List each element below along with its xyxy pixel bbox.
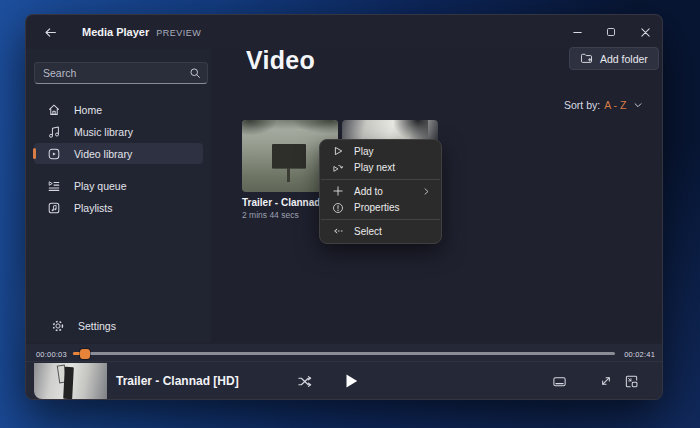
menu-item-play-next[interactable]: Play next: [320, 160, 441, 177]
play-next-icon: [332, 162, 344, 174]
back-button[interactable]: [36, 21, 64, 43]
mini-player-icon: [624, 374, 639, 389]
play-button[interactable]: [338, 362, 364, 400]
subtitles-icon: [552, 374, 567, 389]
menu-item-label: Play: [354, 146, 373, 157]
maximize-icon: [606, 27, 616, 37]
menu-item-label: Select: [354, 226, 382, 237]
home-icon: [47, 103, 61, 117]
app-title-group: Media Player PREVIEW: [82, 26, 201, 38]
back-arrow-icon: [44, 26, 57, 39]
window-controls: [560, 15, 662, 49]
menu-item-label: Play next: [354, 162, 395, 173]
preview-badge: PREVIEW: [156, 28, 201, 38]
seek-progress: [73, 352, 84, 355]
context-menu: Play Play next Add to: [319, 139, 442, 244]
fullscreen-icon: [599, 374, 613, 388]
minimize-button[interactable]: [560, 15, 594, 49]
search-input[interactable]: [43, 67, 189, 79]
maximize-button[interactable]: [594, 15, 628, 49]
sidebar-divider-gap: [30, 165, 207, 174]
sidebar-nav: Home Music library Video library: [30, 98, 207, 219]
now-playing-title: Trailer - Clannad [HD]: [116, 362, 239, 400]
seek-handle[interactable]: [80, 349, 90, 359]
sort-control[interactable]: Sort by: A - Z: [564, 99, 643, 111]
playlists-icon: [47, 201, 61, 215]
menu-item-select[interactable]: Select: [320, 223, 441, 240]
sort-value: A - Z: [604, 99, 626, 111]
shuffle-button[interactable]: [292, 362, 316, 400]
add-folder-label: Add folder: [600, 53, 648, 65]
sidebar-item-music-library[interactable]: Music library: [34, 121, 203, 142]
sidebar-item-settings[interactable]: Settings: [38, 315, 208, 336]
elapsed-time: 00:00:03: [36, 350, 67, 359]
thumbnail-art: [272, 144, 306, 168]
search-box[interactable]: [34, 62, 208, 84]
sidebar-item-play-queue[interactable]: Play queue: [34, 175, 203, 196]
menu-item-properties[interactable]: Properties: [320, 200, 441, 217]
sort-label: Sort by:: [564, 99, 600, 111]
thumbnail-art: [63, 367, 74, 399]
chevron-down-icon: [633, 100, 643, 110]
sidebar-item-label: Settings: [78, 320, 116, 332]
sidebar: Home Music library Video library: [26, 49, 211, 342]
seek-bar[interactable]: [73, 352, 615, 355]
minimize-icon: [572, 27, 583, 38]
play-icon: [342, 372, 360, 390]
menu-item-label: Properties: [354, 202, 400, 213]
titlebar: Media Player PREVIEW: [26, 15, 662, 49]
sidebar-item-video-library[interactable]: Video library: [34, 143, 203, 164]
menu-item-label: Add to: [354, 186, 412, 197]
fullscreen-button[interactable]: [594, 362, 618, 400]
sidebar-item-label: Play queue: [74, 180, 127, 192]
play-icon: [332, 145, 344, 157]
chevron-right-icon: [422, 187, 431, 196]
sidebar-item-label: Playlists: [74, 202, 113, 214]
music-note-icon: [47, 125, 61, 139]
gear-icon: [51, 319, 65, 333]
media-player-window: Media Player PREVIEW: [25, 14, 663, 400]
thumbnail-art: [394, 120, 428, 140]
select-icon: [332, 225, 344, 237]
menu-separator: [321, 179, 440, 180]
info-icon: [332, 202, 344, 214]
total-time: 00:02:41: [624, 350, 655, 359]
video-library-icon: [47, 147, 61, 161]
menu-separator: [321, 219, 440, 220]
sidebar-item-label: Video library: [74, 148, 132, 160]
sidebar-item-home[interactable]: Home: [34, 99, 203, 120]
mini-player-button[interactable]: [619, 362, 643, 400]
sidebar-item-playlists[interactable]: Playlists: [34, 197, 203, 218]
close-button[interactable]: [628, 15, 662, 49]
sidebar-item-label: Music library: [74, 126, 133, 138]
now-playing-bar: Trailer - Clannad [HD]: [26, 361, 662, 399]
add-icon: [332, 185, 344, 197]
desktop-wallpaper: Media Player PREVIEW: [0, 0, 700, 428]
search-icon[interactable]: [189, 67, 201, 79]
now-playing-thumbnail[interactable]: [34, 363, 107, 399]
play-queue-icon: [47, 179, 61, 193]
menu-item-play[interactable]: Play: [320, 143, 441, 160]
sidebar-item-label: Home: [74, 104, 102, 116]
shuffle-icon: [297, 374, 312, 389]
add-folder-button[interactable]: Add folder: [569, 47, 659, 70]
close-icon: [640, 27, 651, 38]
page-title: Video: [246, 46, 315, 75]
subtitles-button[interactable]: [547, 362, 571, 400]
menu-item-add-to[interactable]: Add to: [320, 183, 441, 200]
app-title: Media Player: [82, 26, 149, 38]
add-folder-icon: [580, 52, 593, 65]
